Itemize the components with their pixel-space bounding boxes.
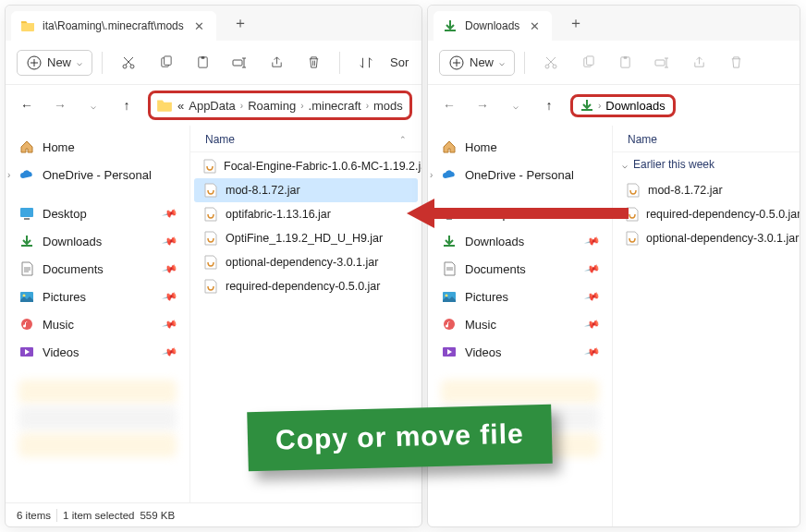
rename-button[interactable] [223, 47, 256, 79]
recent-chevron[interactable]: ⌵ [504, 93, 528, 117]
sidebar-item-pictures[interactable]: Pictures📌 [11, 283, 184, 310]
blurred-item [18, 380, 177, 404]
breadcrumb[interactable]: .minecraft [309, 99, 361, 113]
address-bar[interactable]: « AppData› Roaming› .minecraft› mods [148, 91, 412, 120]
copy-button[interactable] [571, 47, 604, 79]
file-item[interactable]: optifabric-1.13.16.jar [194, 202, 418, 226]
nav-row: ← → ⌵ ↑ › Downloads [428, 85, 800, 126]
back-button[interactable]: ← [437, 93, 461, 117]
svg-rect-8 [20, 208, 33, 217]
file-item[interactable]: required-dependency-0.5.0.jar [617, 202, 796, 226]
forward-button[interactable]: → [470, 93, 495, 117]
sidebar-item-music[interactable]: Music📌 [11, 310, 184, 338]
status-selection: 1 item selected [63, 510, 134, 521]
chevron-down-icon: ⌵ [77, 57, 82, 67]
svg-point-16 [553, 65, 556, 68]
column-header-name[interactable]: Name [613, 126, 800, 152]
chevron-right-icon: › [300, 101, 303, 111]
sidebar-item-home[interactable]: Home [11, 133, 184, 161]
file-item[interactable]: OptiFine_1.19.2_HD_U_H9.jar [194, 226, 418, 250]
recent-chevron[interactable]: ⌵ [81, 93, 105, 117]
sort-button[interactable] [349, 47, 383, 79]
sidebar-item-documents[interactable]: Documents📌 [11, 255, 184, 283]
svg-rect-4 [164, 56, 171, 65]
address-bar[interactable]: › Downloads [570, 94, 676, 117]
document-icon [441, 260, 458, 277]
new-button[interactable]: New ⌵ [439, 50, 515, 76]
cloud-icon [441, 166, 458, 183]
file-item[interactable]: mod-8.1.72.jar [617, 178, 796, 202]
cut-button[interactable] [112, 47, 145, 79]
file-item[interactable]: optional-dependency-3.0.1.jar [617, 226, 796, 250]
breadcrumb[interactable]: mods [373, 99, 403, 113]
toolbar: New ⌵ [428, 41, 800, 85]
sidebar-item-videos[interactable]: Videos📌 [434, 338, 606, 366]
tab-downloads[interactable]: Downloads ✕ [434, 11, 552, 41]
sidebar-item-onedrive[interactable]: ›OneDrive - Personal [11, 161, 184, 188]
back-button[interactable]: ← [15, 93, 39, 117]
download-icon [443, 18, 458, 33]
sidebar-item-music[interactable]: Music📌 [434, 310, 606, 338]
jar-icon [203, 183, 218, 198]
svg-rect-22 [443, 208, 456, 217]
svg-point-15 [545, 65, 549, 68]
share-button[interactable] [682, 47, 715, 79]
blurred-item [18, 433, 177, 457]
sidebar-item-downloads[interactable]: Downloads📌 [434, 227, 606, 255]
close-icon[interactable]: ✕ [191, 19, 207, 33]
new-label: New [47, 55, 71, 69]
sidebar-item-home[interactable]: Home [434, 133, 606, 161]
sidebar-item-downloads[interactable]: Downloads📌 [11, 227, 184, 255]
new-button[interactable]: New ⌵ [17, 50, 92, 76]
plus-circle-icon [449, 55, 464, 70]
cut-button[interactable] [534, 47, 568, 79]
download-icon [580, 99, 593, 112]
file-pane: Name ⌵Earlier this week mod-8.1.72.jar r… [613, 126, 800, 526]
sidebar: Home ›OneDrive - Personal Desktop📌 Downl… [6, 126, 190, 502]
music-icon [18, 316, 35, 332]
copy-button[interactable] [149, 47, 182, 79]
desktop-icon [441, 205, 458, 222]
column-header-name[interactable]: Name⌃ [190, 126, 421, 152]
file-item[interactable]: optional-dependency-3.0.1.jar [194, 250, 418, 274]
new-tab-button[interactable]: ＋ [561, 10, 591, 37]
paste-button[interactable] [186, 47, 219, 79]
status-bar: 6 items 1 item selected 559 KB [6, 502, 421, 526]
close-icon[interactable]: ✕ [527, 19, 543, 33]
forward-button[interactable]: → [48, 93, 72, 117]
pin-icon: 📌 [162, 316, 179, 332]
share-button[interactable] [260, 47, 293, 79]
pin-icon: 📌 [162, 260, 179, 277]
separator [339, 52, 340, 74]
sidebar-item-pictures[interactable]: Pictures📌 [434, 283, 606, 310]
group-header[interactable]: ⌵Earlier this week [613, 152, 800, 176]
file-item[interactable]: mod-8.1.72.jar [194, 178, 418, 202]
pin-icon: 📌 [584, 205, 602, 222]
breadcrumb[interactable]: Downloads [605, 99, 665, 113]
up-button[interactable]: ↑ [115, 93, 139, 117]
sidebar-item-onedrive[interactable]: ›OneDrive - Personal [434, 161, 606, 188]
paste-button[interactable] [608, 47, 641, 79]
new-tab-button[interactable]: ＋ [226, 10, 255, 37]
file-item[interactable]: required-dependency-0.5.0.jar [194, 274, 418, 298]
pin-icon: 📌 [584, 260, 602, 277]
expand-icon[interactable]: › [7, 170, 10, 180]
expand-icon[interactable]: › [430, 170, 433, 180]
sidebar-item-desktop[interactable]: Desktop📌 [434, 200, 606, 227]
jar-icon [626, 207, 639, 222]
chevron-right-icon: › [366, 101, 369, 111]
sidebar-item-videos[interactable]: Videos📌 [11, 338, 184, 366]
file-item[interactable]: Focal-Engine-Fabric-1.0.6-MC-1.19.2.jar [194, 154, 418, 178]
up-button[interactable]: ↑ [537, 93, 561, 117]
breadcrumb[interactable]: Roaming [248, 99, 296, 113]
tab-mods[interactable]: ita\Roaming\.minecraft\mods ✕ [11, 11, 216, 41]
rename-button[interactable] [645, 47, 678, 79]
breadcrumb[interactable]: AppData [189, 99, 236, 113]
pin-icon: 📌 [584, 233, 602, 249]
sidebar-item-desktop[interactable]: Desktop📌 [11, 200, 184, 227]
delete-button[interactable] [297, 47, 330, 79]
delete-button[interactable] [719, 47, 752, 79]
status-count: 6 items [17, 510, 51, 521]
sidebar-item-documents[interactable]: Documents📌 [434, 255, 606, 283]
nav-row: ← → ⌵ ↑ « AppData› Roaming› .minecraft› … [6, 85, 421, 126]
